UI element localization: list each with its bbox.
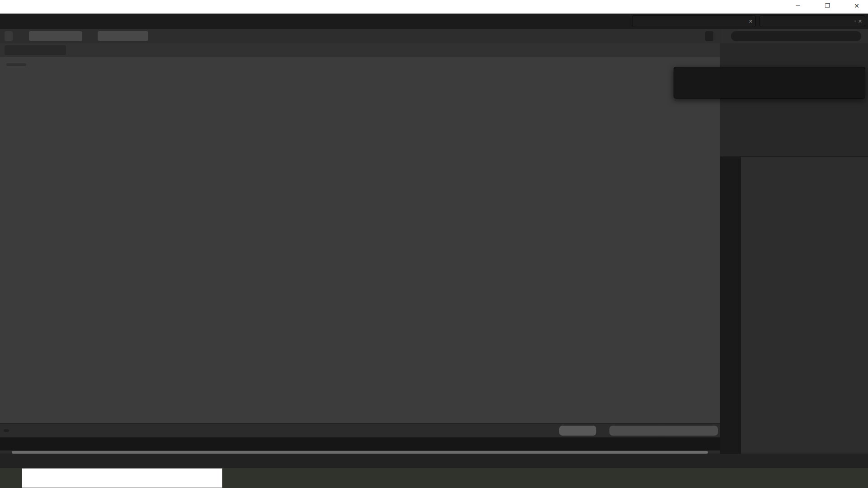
maximize-button[interactable]: ❐ <box>817 2 838 9</box>
close-icon[interactable]: ✕ <box>858 19 862 24</box>
screen: ─ ❐ ✕ ✕ ✕ <box>0 0 868 488</box>
taskbar-search-input[interactable] <box>22 468 222 488</box>
windows-taskbar <box>0 468 868 488</box>
active-tool-dropdown[interactable] <box>5 31 13 41</box>
topbar: ✕ ✕ <box>0 14 868 29</box>
action-center-button[interactable] <box>850 468 868 488</box>
timeline-header <box>0 424 720 437</box>
tool-settings-bar <box>0 29 720 44</box>
mode-dropdown[interactable] <box>5 45 66 55</box>
properties-tab-column <box>720 157 741 454</box>
window-titlebar: ─ ❐ ✕ <box>0 0 868 14</box>
start-button[interactable] <box>0 468 22 488</box>
outliner-search-input[interactable] <box>731 31 861 41</box>
minimize-button[interactable]: ─ <box>788 1 808 9</box>
copy-icon[interactable] <box>854 20 856 22</box>
frame-start-field[interactable] <box>609 426 665 436</box>
view-layer-selector[interactable]: ✕ <box>760 15 865 27</box>
outliner-header <box>720 29 868 44</box>
frame-end-field[interactable] <box>659 426 718 436</box>
properties-content <box>741 157 868 454</box>
editor-type-dropdown[interactable] <box>4 429 9 432</box>
scene-selector[interactable]: ✕ <box>632 15 756 27</box>
drag-dropdown[interactable] <box>98 31 148 41</box>
viewport-3d[interactable] <box>0 43 720 423</box>
timeline-editor <box>0 423 720 454</box>
tooltip <box>674 67 865 99</box>
scene-render <box>0 43 720 423</box>
orientation-dropdown[interactable] <box>29 31 82 41</box>
viewport-toolbar <box>6 63 26 66</box>
properties-panel <box>720 156 868 454</box>
viewport-header <box>0 43 720 57</box>
close-icon[interactable]: ✕ <box>749 19 753 24</box>
outliner-panel <box>720 43 868 156</box>
current-frame-field[interactable] <box>559 426 596 436</box>
close-button[interactable]: ✕ <box>846 2 867 9</box>
timeline-ruler[interactable] <box>0 437 720 450</box>
options-dropdown[interactable] <box>705 31 713 41</box>
status-bar <box>0 454 868 469</box>
